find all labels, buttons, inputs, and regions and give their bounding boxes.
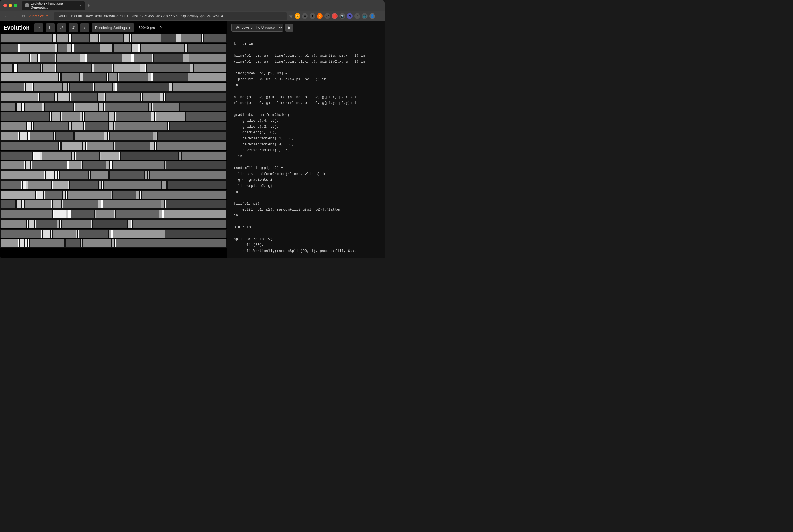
svg-rect-193: [157, 142, 226, 150]
code-editor[interactable]: k = .3 in hline(p1, p2, u) = line(point(…: [227, 34, 385, 258]
svg-rect-21: [55, 44, 57, 52]
extension-icon-8[interactable]: N: [347, 13, 353, 19]
svg-rect-263: [111, 191, 112, 198]
svg-rect-331: [30, 239, 64, 247]
svg-rect-50: [183, 54, 189, 62]
svg-rect-248: [99, 181, 102, 189]
active-tab[interactable]: Evolution - Functional Generativ... ✕: [22, 1, 85, 10]
svg-rect-257: [37, 191, 43, 198]
bookmark-icon[interactable]: ☆: [289, 14, 293, 18]
svg-rect-250: [104, 181, 161, 189]
svg-rect-279: [102, 200, 103, 208]
extension-icon-7[interactable]: 📷: [339, 13, 345, 19]
window-select[interactable]: Windows on the Universe: [232, 23, 283, 32]
extension-icon-5[interactable]: 🛡: [325, 13, 330, 19]
svg-rect-107: [70, 93, 71, 101]
svg-rect-126: [75, 103, 98, 111]
url-bar[interactable]: evolution.martini.io/#/eyJkcmF3aW5nU3Rhd…: [54, 12, 287, 20]
home-button[interactable]: ⌂: [34, 23, 43, 32]
svg-rect-274: [51, 200, 52, 208]
svg-rect-306: [62, 220, 91, 228]
menu-icon[interactable]: ⋮: [377, 14, 381, 19]
svg-rect-235: [145, 171, 147, 179]
svg-rect-258: [44, 191, 44, 198]
new-tab-button[interactable]: +: [86, 3, 92, 8]
svg-rect-151: [1, 122, 26, 130]
svg-rect-271: [17, 200, 21, 208]
svg-rect-301: [29, 220, 34, 228]
svg-rect-180: [158, 132, 226, 140]
svg-rect-2: [53, 34, 56, 42]
extension-icon-4[interactable]: ⚡: [317, 13, 323, 19]
extension-icon-6[interactable]: 🔴: [332, 13, 338, 19]
svg-rect-171: [54, 132, 55, 140]
pause-button[interactable]: ⏸: [45, 23, 55, 32]
svg-rect-247: [70, 181, 98, 189]
not-secure-label: Not Secure: [33, 14, 48, 18]
nav-forward-button[interactable]: →: [12, 13, 18, 19]
svg-rect-278: [98, 200, 101, 208]
extension-icon-10[interactable]: 📺: [362, 13, 368, 19]
svg-rect-148: [156, 113, 185, 120]
extension-icon-9[interactable]: ↕: [354, 13, 360, 19]
svg-rect-191: [150, 142, 154, 150]
url-text: evolution.martini.io/#/eyJkcmF3aW5nU3Rhd…: [57, 14, 224, 18]
close-button[interactable]: [3, 4, 7, 7]
extension-icon-1[interactable]: 🐱: [295, 13, 300, 19]
svg-rect-226: [44, 171, 45, 179]
svg-rect-335: [83, 239, 111, 247]
extension-icon-2[interactable]: ♻: [302, 13, 308, 19]
svg-rect-336: [112, 239, 114, 247]
svg-rect-152: [27, 122, 28, 130]
reset-button[interactable]: ↺: [69, 23, 78, 32]
svg-rect-291: [95, 210, 96, 218]
svg-rect-227: [45, 171, 54, 179]
svg-rect-58: [43, 64, 55, 72]
svg-rect-55: [14, 64, 17, 72]
svg-rect-46: [131, 54, 134, 62]
svg-rect-280: [103, 200, 161, 208]
svg-rect-149: [186, 113, 226, 120]
shuffle-button[interactable]: ⇄: [57, 23, 66, 32]
svg-rect-67: [147, 64, 190, 72]
nav-back-button[interactable]: ←: [3, 13, 10, 19]
svg-rect-86: [1, 83, 23, 91]
tab-close-icon[interactable]: ✕: [79, 4, 81, 7]
svg-rect-242: [26, 181, 27, 189]
svg-rect-266: [140, 191, 141, 198]
svg-rect-156: [69, 122, 71, 130]
svg-rect-29: [132, 44, 137, 52]
svg-rect-190: [115, 142, 150, 150]
svg-rect-206: [121, 152, 178, 159]
svg-rect-240: [21, 181, 22, 189]
svg-rect-30: [138, 44, 141, 52]
svg-rect-210: [1, 161, 23, 169]
rendering-settings-label: Rendering Settings: [95, 25, 127, 30]
svg-rect-103: [38, 93, 39, 101]
svg-rect-300: [27, 220, 28, 228]
extension-icon-3[interactable]: ✦: [310, 13, 315, 19]
minimize-button[interactable]: [8, 4, 12, 7]
next-button[interactable]: ▶: [285, 23, 293, 32]
svg-rect-83: [153, 74, 188, 81]
svg-rect-277: [63, 200, 98, 208]
svg-rect-66: [145, 64, 146, 72]
svg-rect-281: [161, 200, 164, 208]
svg-rect-31: [141, 44, 184, 52]
svg-rect-161: [114, 122, 115, 130]
svg-rect-269: [1, 200, 15, 208]
svg-rect-296: [162, 210, 164, 218]
svg-rect-323: [113, 230, 165, 238]
maximize-button[interactable]: [14, 4, 17, 7]
browser-titlebar: Evolution - Functional Generativ... ✕ +: [0, 0, 385, 11]
svg-rect-105: [55, 93, 57, 101]
rendering-settings-button[interactable]: Rendering Settings ▾: [92, 23, 134, 32]
profile-avatar[interactable]: 👤: [369, 13, 375, 19]
svg-rect-20: [20, 44, 55, 52]
svg-rect-219: [106, 161, 109, 169]
download-button[interactable]: ↓: [80, 23, 89, 32]
svg-rect-94: [93, 83, 94, 91]
svg-rect-36: [30, 54, 31, 62]
nav-refresh-button[interactable]: ↻: [21, 13, 26, 19]
svg-rect-129: [105, 103, 148, 111]
